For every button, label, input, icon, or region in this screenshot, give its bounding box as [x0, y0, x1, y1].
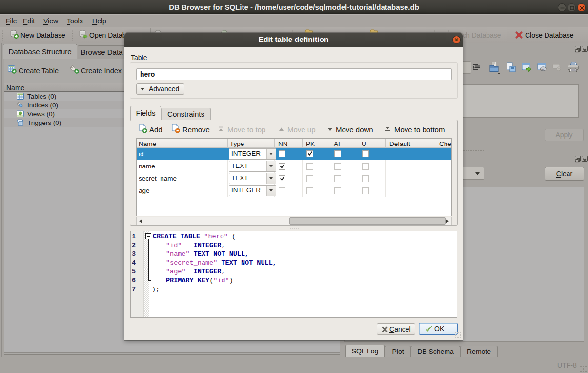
- svg-text:∞: ∞: [542, 68, 544, 71]
